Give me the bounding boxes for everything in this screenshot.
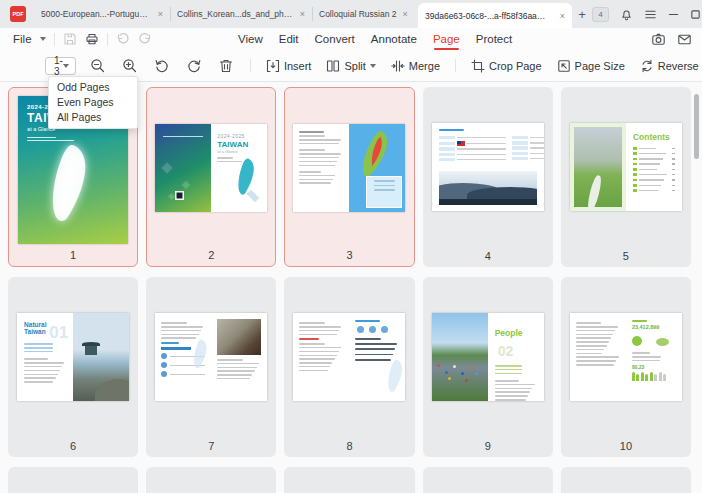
page-8-left-art: [293, 313, 349, 401]
page-cell-7[interactable]: 7: [146, 277, 276, 457]
thumbnail-panel: 2024-2025 TAIWAN at a Glance 1: [0, 82, 702, 493]
tab-document-4-active[interactable]: 39da6e63-06c8-...a-ff58f36aa7ad ×: [418, 3, 572, 28]
app-logo-pdf-icon[interactable]: PDF: [10, 6, 26, 22]
page-4-thumbnail: [432, 123, 544, 211]
insert-page-button[interactable]: Insert: [266, 59, 312, 73]
page-10-left-art: [570, 313, 626, 401]
hamburger-menu-icon[interactable]: [644, 8, 657, 21]
page-10-thumbnail: 23,412,899 80.23: [570, 313, 682, 401]
divider: [107, 33, 108, 46]
feedback-mail-icon[interactable]: [677, 32, 692, 47]
dropdown-item-odd-pages[interactable]: Odd Pages: [49, 80, 137, 95]
page-2-right-art: 2024-2025 TAIWAN at a Glance: [211, 124, 267, 212]
page-cell-15-partial[interactable]: [561, 467, 691, 493]
page-range-combobox[interactable]: 1-3: [45, 57, 76, 75]
page-8-right-art: [349, 313, 405, 401]
cover-credits: [27, 137, 76, 141]
page-cell-8[interactable]: 8: [284, 277, 414, 457]
menu-edit[interactable]: Edit: [279, 33, 299, 45]
page-cell-2[interactable]: 2024-2025 TAIWAN at a Glance 2: [146, 87, 276, 267]
menu-page-active[interactable]: Page: [433, 33, 460, 45]
reverse-pages-button[interactable]: Reverse Pages: [640, 59, 702, 73]
tab-close-icon[interactable]: ×: [158, 9, 163, 19]
contents-page-art: Contents: [626, 123, 682, 211]
page-number: 8: [284, 440, 414, 452]
zoom-out-button[interactable]: [90, 57, 107, 74]
rotate-right-button[interactable]: [186, 57, 203, 74]
bell-icon[interactable]: [620, 8, 633, 21]
notification-count-badge[interactable]: 4: [592, 7, 609, 22]
page-grid: 2024-2025 TAIWAN at a Glance 1: [8, 87, 691, 493]
mountain-photo: [439, 171, 537, 205]
page-number: 1: [9, 249, 137, 261]
page-cell-12-partial[interactable]: [146, 467, 276, 493]
menu-convert[interactable]: Convert: [315, 33, 355, 45]
save-icon[interactable]: [63, 32, 77, 46]
crop-page-button[interactable]: Crop Page: [471, 59, 542, 73]
tab-document-1[interactable]: 5000-European...-Portuguese * ×: [34, 0, 170, 28]
screenshot-camera-icon[interactable]: [651, 32, 666, 47]
rotate-left-button[interactable]: [154, 57, 171, 74]
tab-document-2[interactable]: Collins_Korean...ds_and_phrases ×: [170, 0, 312, 28]
dropdown-item-even-pages[interactable]: Even Pages: [49, 95, 137, 110]
tab-close-icon[interactable]: ×: [300, 9, 305, 19]
tab-title: 39da6e63-06c8-...a-ff58f36aa7ad: [425, 11, 548, 21]
file-menu[interactable]: File: [13, 33, 32, 45]
page-7-right-art: [211, 313, 267, 401]
page-cell-10[interactable]: 23,412,899 80.23 10: [561, 277, 691, 457]
page-cell-14-partial[interactable]: [423, 467, 553, 493]
page-cell-11-partial[interactable]: [8, 467, 138, 493]
page-number: 10: [561, 440, 691, 452]
taiwan-island-silhouette: [193, 339, 209, 371]
delete-page-button[interactable]: [218, 57, 235, 74]
page-cell-13-partial[interactable]: [284, 467, 414, 493]
menu-protect[interactable]: Protect: [476, 33, 512, 45]
menu-annotate[interactable]: Annotate: [371, 33, 417, 45]
redo-icon[interactable]: [138, 32, 152, 46]
maximize-icon[interactable]: [690, 9, 701, 20]
tab-title: 5000-European...-Portuguese *: [41, 9, 152, 19]
dropdown-item-all-pages[interactable]: All Pages: [49, 110, 137, 125]
chapter-2-title: People: [495, 328, 523, 338]
chapter-2-number: 02: [498, 343, 514, 359]
page-3-thumbnail: [293, 124, 405, 212]
qr-code: [175, 191, 184, 200]
page-7-thumbnail: [155, 313, 267, 401]
page-9-thumbnail: People 02: [432, 313, 544, 401]
page-cell-6[interactable]: Natural Taiwan 01 6: [8, 277, 138, 457]
page-2-left-art: [155, 124, 211, 212]
new-tab-button[interactable]: +: [572, 0, 592, 28]
tab-close-icon[interactable]: ×: [403, 9, 408, 19]
page-cell-5[interactable]: Contents 5: [561, 87, 691, 267]
split-page-button[interactable]: Split: [326, 59, 375, 73]
main-menu-items: View Edit Convert Annotate Page Protect: [238, 28, 512, 50]
chapter-1-number: 01: [49, 323, 68, 343]
chevron-down-icon: [63, 64, 69, 68]
page-cell-9[interactable]: People 02 9: [423, 277, 553, 457]
people-icons-row: [632, 372, 676, 381]
merge-page-button[interactable]: Merge: [391, 59, 440, 73]
pdf-editor-window: PDF 5000-European...-Portuguese * × Coll…: [0, 0, 702, 493]
divider: [250, 59, 251, 72]
tab-close-icon[interactable]: ×: [560, 11, 565, 21]
zoom-in-button[interactable]: [122, 57, 139, 74]
taiwan-island-silhouette: [50, 144, 92, 228]
contents-title: Contents: [633, 132, 675, 142]
page-cell-3[interactable]: 3: [284, 87, 414, 267]
menu-view[interactable]: View: [238, 33, 263, 45]
chevron-down-icon[interactable]: [40, 37, 46, 41]
page-number: 9: [423, 440, 553, 452]
scrollbar-thumb[interactable]: [694, 94, 699, 159]
title-page-year: 2024-2025: [217, 133, 261, 139]
undo-icon[interactable]: [116, 32, 130, 46]
menu-bar: File View Edit Convert Annotate Page Pro…: [0, 28, 702, 50]
window-controls: 4: [592, 0, 702, 28]
page-2-thumbnail: 2024-2025 TAIWAN at a Glance: [155, 124, 267, 212]
print-icon[interactable]: [85, 32, 99, 46]
life-expectancy-value: 80.23: [632, 364, 676, 370]
page-cell-4[interactable]: 4: [423, 87, 553, 267]
page-size-button[interactable]: Page Size: [557, 59, 625, 73]
minimize-icon[interactable]: [668, 9, 679, 20]
taiwan-island-silhouette: [237, 158, 257, 198]
tab-document-3[interactable]: Colloquial Russian 2 ×: [312, 0, 418, 28]
